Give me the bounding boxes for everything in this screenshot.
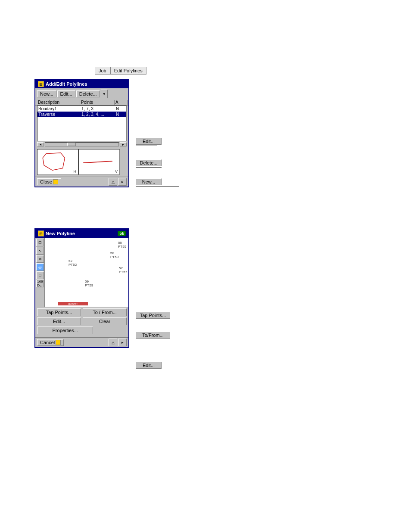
edit-right-label: Edit... — [136, 138, 162, 146]
map-point-50: 50PT50 — [110, 252, 118, 259]
preview-v: V — [78, 149, 120, 175]
scrollbar-thumb[interactable] — [67, 143, 76, 146]
row1-desc: Boudary1 — [38, 106, 81, 111]
addedit-title-text: Add/Edit Polylines — [46, 81, 87, 87]
cancel-icon — [56, 340, 61, 345]
col-a: A — [115, 100, 128, 105]
list-spacer — [37, 117, 126, 141]
addedit-edit-btn[interactable]: Edit... — [57, 90, 75, 97]
newpoly-content: ⊡ ↖ ⊕ ◎ □ 169Dc. 55PT55 50PT50 52PT52 57… — [35, 238, 128, 307]
map-point-59: 59PT59 — [85, 280, 93, 288]
row2-desc: Traverse — [38, 112, 81, 117]
triangle-icon-btn[interactable]: △ — [109, 178, 117, 186]
newpoly-dialog-icon: ⊞ — [38, 230, 44, 236]
btn-row-2: Edit... Clear — [37, 317, 127, 325]
close-label: Close — [40, 179, 52, 184]
delete-right-label: Delete... — [136, 159, 162, 168]
row1-points: 1, 7, 3 — [81, 106, 116, 111]
newpoly-status-right: △ ▸ — [109, 339, 127, 346]
map-point-55: 55PT55 — [118, 241, 126, 249]
tap-points-right-btn[interactable]: Tap Points... — [136, 312, 170, 319]
preview-h: H — [37, 149, 78, 175]
col-points: Points — [80, 100, 115, 105]
tofrom-right-btn[interactable]: To/From... — [136, 332, 170, 339]
addedit-delete-btn[interactable]: Delete... — [76, 90, 100, 97]
preview-row: H V — [35, 147, 128, 177]
addedit-dialog-title: ⊞ Add/Edit Polylines — [35, 80, 128, 88]
preview-h-label: H — [74, 169, 77, 174]
list-header: Description Points A — [35, 100, 128, 106]
scale-label: 80 feet — [68, 302, 77, 305]
addedit-toolbar: New... Edit... Delete... ▼ — [35, 88, 128, 100]
clear-btn[interactable]: Clear — [83, 317, 127, 325]
col-description: Description — [37, 100, 80, 105]
select-btn[interactable]: ↖ — [36, 247, 44, 255]
close-btn[interactable]: Close — [37, 178, 61, 185]
row1-a: N — [116, 106, 129, 111]
preview-v-label: V — [115, 169, 118, 174]
cancel-btn[interactable]: Cancel — [37, 339, 64, 346]
map-point-57: 57PT57 — [119, 267, 127, 274]
tofrom-right-label: To/From... — [136, 332, 170, 339]
newpoly-bottom: Tap Points... To / From... Edit... Clear… — [35, 307, 128, 337]
scroll-right-btn[interactable]: ► — [120, 142, 127, 146]
tap-points-btn[interactable]: Tap Points... — [37, 308, 81, 316]
newpoly-arrow-btn[interactable]: ▸ — [118, 339, 127, 346]
scrollbar-track[interactable] — [45, 142, 119, 146]
new-polyline-dialog: ⊞ New Polyline ok ⊡ ↖ ⊕ ◎ □ 169Dc. 55PT5… — [34, 228, 129, 348]
edit2-right-label: Edit... — [136, 362, 162, 369]
arrow-icon-btn[interactable]: ▸ — [118, 178, 127, 186]
row2-a: N — [116, 112, 129, 117]
new-right-label: New... — [136, 178, 179, 187]
scale-bar: 80 feet — [58, 302, 88, 305]
svg-marker-0 — [43, 153, 65, 171]
dropdown-arrow-btn[interactable]: ▼ — [101, 90, 108, 98]
newpoly-triangle-btn[interactable]: △ — [109, 339, 117, 346]
map-area[interactable]: 55PT55 50PT50 52PT52 57PT57 . 6PT6 59PT5… — [45, 238, 128, 307]
edit2-right-btn[interactable]: Edit... — [136, 362, 162, 369]
list-item[interactable]: Boudary1 1, 7, 3 N — [37, 106, 126, 112]
addedit-status-bar: Close △ ▸ — [35, 177, 128, 187]
info-btn[interactable]: 169Dc. — [36, 280, 44, 287]
edit-right-btn[interactable]: Edit... — [136, 138, 162, 145]
addedit-polylines-dialog: ⊞ Add/Edit Polylines New... Edit... Dele… — [34, 79, 129, 187]
breadcrumb: Job Edit Polylines — [95, 67, 146, 75]
new-right-btn[interactable]: New... — [136, 178, 162, 185]
map-point-52: 52PT52 — [68, 259, 77, 267]
list-item[interactable]: Traverse 1, 2, 3, 4, ... N — [37, 112, 126, 117]
edit-polylines-breadcrumb-btn[interactable]: Edit Polylines — [110, 67, 146, 75]
newpoly-title-bar: ⊞ New Polyline ok — [35, 229, 128, 238]
pan-btn[interactable]: □ — [36, 271, 44, 279]
cancel-label: Cancel — [40, 340, 55, 345]
dialog-icon: ⊞ — [38, 81, 44, 87]
newpoly-left-toolbar: ⊡ ↖ ⊕ ◎ □ 169Dc. — [35, 238, 45, 307]
job-breadcrumb-btn[interactable]: Job — [95, 67, 110, 75]
newpoly-title-text: New Polyline — [46, 231, 75, 236]
addedit-new-btn[interactable]: New... — [37, 90, 56, 97]
zoom-in-btn[interactable]: ⊕ — [36, 255, 44, 263]
edit-btn[interactable]: Edit... — [37, 317, 81, 325]
row2-points: 1, 2, 3, 4, ... — [81, 112, 116, 117]
scroll-left-btn[interactable]: ◄ — [37, 142, 44, 146]
scrollbar-area: ◄ ► — [35, 141, 128, 147]
tap-points-right-label: Tap Points... — [136, 312, 170, 319]
delete-right-btn[interactable]: Delete... — [136, 159, 162, 166]
svg-line-1 — [83, 161, 112, 163]
zoom-out-btn[interactable]: ◎ — [36, 263, 44, 271]
btn-row-3: Properties... — [37, 327, 127, 334]
status-right-icons: △ ▸ — [109, 178, 127, 186]
ok-badge: ok — [118, 231, 126, 236]
polyline-list[interactable]: Boudary1 1, 7, 3 N Traverse 1, 2, 3, 4, … — [37, 106, 127, 141]
close-icon — [53, 179, 58, 184]
newpoly-status-bar: Cancel △ ▸ — [35, 337, 128, 347]
zoom-extent-btn[interactable]: ⊡ — [36, 239, 44, 246]
btn-row-1: Tap Points... To / From... — [37, 308, 127, 316]
to-from-btn[interactable]: To / From... — [83, 308, 127, 316]
properties-btn[interactable]: Properties... — [37, 327, 93, 334]
